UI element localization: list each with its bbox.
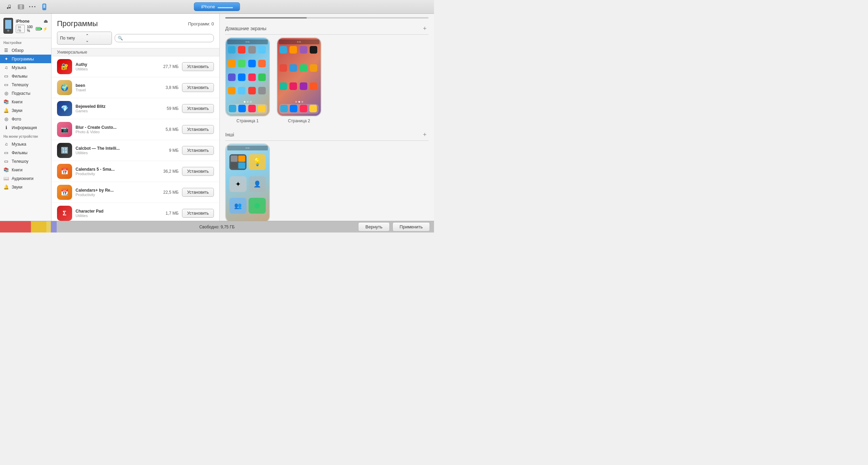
sidebar-item-podcasts-label: Подкасты: [12, 91, 30, 96]
sidebar-item-apps[interactable]: ✦ Программы: [0, 55, 51, 63]
folder-icon-6: [249, 198, 266, 214]
sidebar-item-podcasts[interactable]: ◎ Подкасты: [0, 89, 51, 98]
sidebar-item-dev-books[interactable]: 📚 Книги: [0, 166, 51, 174]
sidebar-item-books[interactable]: 📚 Книги: [0, 98, 51, 106]
install-button-4[interactable]: Установить: [182, 146, 214, 155]
screen-dock-icon: [238, 105, 246, 112]
app-info-0: Authy Utilities: [76, 62, 155, 71]
add-home-screen-button[interactable]: +: [421, 25, 429, 32]
screens-slider[interactable]: [225, 17, 429, 19]
apply-button[interactable]: Применить: [392, 222, 430, 231]
app-info-2: Bejeweled Blitz Games: [76, 104, 155, 113]
install-button-5[interactable]: Установить: [182, 167, 214, 176]
screen-frame-inner-1: 9:41: [226, 38, 269, 116]
install-button-0[interactable]: Установить: [182, 62, 214, 71]
sidebar-item-dev-tv[interactable]: ▭ Телешоу: [0, 157, 51, 166]
sidebar-item-music[interactable]: ♫ Музыка: [0, 63, 51, 72]
dev-audiobooks-icon: 📖: [3, 176, 9, 181]
sidebar-item-photos[interactable]: ◎ Фото: [0, 115, 51, 123]
screen-status-bar-other: 9:41: [227, 146, 268, 150]
screen-app-icon: [258, 87, 266, 94]
sidebar-item-dev-music[interactable]: ♫ Музыка: [0, 140, 51, 148]
info-icon: ℹ: [3, 125, 9, 130]
sidebar-item-dev-audiobooks[interactable]: 📖 Аудиокниги: [0, 174, 51, 183]
screen-app-icon: [300, 46, 307, 54]
device-storage: 16 ГБ 100 % ⚡: [16, 25, 48, 33]
eject-icon[interactable]: ⏏: [44, 19, 48, 24]
film-icon[interactable]: [17, 3, 25, 11]
home-screens-grid: 9:41: [225, 37, 429, 123]
free-space-label: Свободно: 9,75 ГБ: [199, 225, 235, 229]
install-button-2[interactable]: Установить: [182, 104, 214, 113]
screen-page-2[interactable]: 9:41: [277, 37, 321, 123]
sidebar-item-movies[interactable]: ▭ Фильмы: [0, 72, 51, 80]
add-other-screen-button[interactable]: +: [421, 131, 429, 138]
app-info-4: Calcbot — The Intelli... Utilities: [76, 146, 155, 155]
screen-app-icon: [310, 64, 317, 72]
sidebar-item-sounds[interactable]: 🔔 Звуки: [0, 106, 51, 115]
app-name-2: Bejeweled Blitz: [76, 104, 155, 109]
folder-icon-5: 👥: [229, 198, 247, 214]
app-size-2: 59 МБ: [158, 106, 179, 111]
podcasts-icon: ◎: [3, 91, 9, 96]
screen-app-icon: [248, 60, 256, 67]
device-icon[interactable]: [41, 3, 48, 11]
sidebar-item-overview[interactable]: ☰ Обзор: [0, 46, 51, 55]
app-info-7: Character Pad Utilities: [76, 209, 155, 218]
more-icon[interactable]: ···: [29, 3, 36, 11]
apps-section-label: Универсальные: [52, 48, 219, 56]
app-name-4: Calcbot — The Intelli...: [76, 146, 155, 151]
screen-app-icon: [238, 46, 245, 54]
tv-icon: ▭: [3, 82, 9, 87]
sidebar-item-music-label: Музыка: [12, 65, 26, 70]
sort-dropdown[interactable]: По типу ⌃⌄: [57, 32, 112, 45]
install-button-3[interactable]: Установить: [182, 125, 214, 134]
screen-app-icon: [310, 82, 317, 90]
search-input[interactable]: [124, 36, 211, 41]
app-size-4: 9 МБ: [158, 148, 179, 153]
svg-rect-0: [18, 5, 24, 9]
sidebar-item-apps-label: Программы: [12, 57, 34, 61]
home-screens-title: Домашние экраны: [225, 26, 266, 31]
install-button-1[interactable]: Установить: [182, 83, 214, 92]
app-size-5: 36,2 МБ: [158, 169, 179, 174]
app-size-1: 3,8 МБ: [158, 85, 179, 90]
device-button-label: iPhone: [201, 4, 215, 9]
app-name-6: Calendars+ by Re...: [76, 188, 155, 193]
revert-button[interactable]: Вернуть: [358, 222, 390, 231]
search-icon: 🔍: [118, 36, 123, 41]
screen-app-icon: [310, 46, 317, 54]
screen-page-1[interactable]: 9:41: [225, 37, 270, 123]
screen-app-icon: [258, 46, 266, 54]
screen-dock-icon: [300, 105, 307, 112]
music-icon[interactable]: [5, 3, 13, 11]
folder-icon-3: ✦: [229, 176, 247, 192]
screen-label-1: Страница 1: [237, 118, 259, 123]
screen-label-2: Страница 2: [288, 118, 310, 123]
screen-app-icon: [238, 87, 245, 94]
screen-app-icon: [248, 46, 256, 54]
install-button-7[interactable]: Установить: [182, 209, 214, 218]
sidebar-item-dev-sounds[interactable]: 🔔 Звуки: [0, 183, 51, 191]
sidebar-item-info[interactable]: ℹ Информация: [0, 123, 51, 132]
app-row: 📆 Calendars+ by Re... Productivity 22,5 …: [52, 182, 219, 203]
screen-app-grid-1: [227, 45, 268, 100]
status-bar: Свободно: 9,75 ГБ Вернуть Применить: [0, 221, 434, 232]
sidebar-item-dev-movies[interactable]: ▭ Фильмы: [0, 148, 51, 157]
search-box: 🔍: [115, 34, 214, 42]
battery-bar: [36, 27, 41, 31]
apps-toolbar: По типу ⌃⌄ 🔍: [52, 32, 219, 48]
sidebar-item-tv-label: Телешоу: [12, 82, 28, 87]
screen-other-1[interactable]: 9:41: [225, 144, 270, 221]
screen-app-icon: [248, 87, 256, 94]
sidebar-item-tv[interactable]: ▭ Телешоу: [0, 80, 51, 89]
apps-panel: Программы Программ: 0 По типу ⌃⌄ 🔍 Униве…: [52, 14, 220, 221]
folder-icon-1: [229, 154, 247, 170]
app-icon-3: 📷: [57, 122, 72, 137]
svg-rect-6: [43, 4, 45, 8]
dev-tv-icon: ▭: [3, 159, 9, 164]
install-button-6[interactable]: Установить: [182, 188, 214, 197]
on-device-section-header: На моем устройстве: [0, 132, 51, 140]
books-icon: 📚: [3, 99, 9, 104]
device-header-button[interactable]: iPhone ▬▬▬▬: [194, 2, 240, 11]
